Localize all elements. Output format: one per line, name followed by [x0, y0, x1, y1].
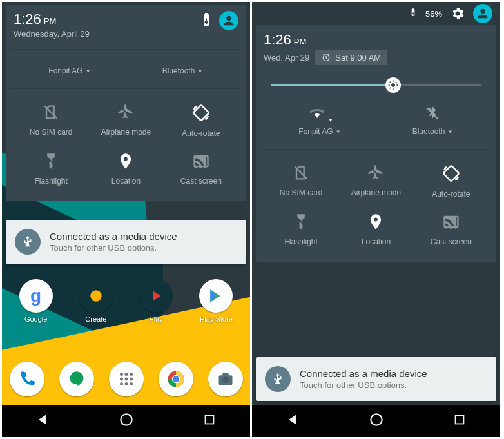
airplane-icon: [117, 112, 135, 123]
app-playstore[interactable]: Play Store: [193, 279, 238, 323]
date-label: Wed, Apr 29: [264, 53, 309, 63]
rotate-icon: [191, 113, 211, 124]
alarm-chip[interactable]: Sat 9:00 AM: [315, 50, 387, 65]
phone-right: 56% 1:26PM Wed, Apr 29 Sat 9:00 AM: [252, 2, 502, 437]
status-bar: 56%: [252, 2, 500, 25]
location-icon: [117, 161, 135, 172]
app-play[interactable]: Play: [133, 279, 179, 323]
wifi-tile[interactable]: ▾ Fonpit AG▼: [264, 100, 376, 142]
app-chrome[interactable]: [159, 362, 193, 396]
home-button[interactable]: [118, 411, 135, 431]
rotate-icon: [441, 174, 461, 185]
sim-off-icon: [292, 173, 310, 184]
wifi-icon: ▾: [307, 113, 332, 124]
recents-button[interactable]: [452, 413, 467, 429]
sim-off-icon: [42, 112, 60, 123]
notif-title: Connected as a media device: [50, 231, 177, 242]
usb-notification[interactable]: Connected as a media device Touch for ot…: [256, 357, 496, 401]
svg-point-24: [130, 378, 133, 381]
location-tile[interactable]: Location: [88, 144, 163, 192]
settings-button[interactable]: [450, 6, 465, 21]
svg-point-21: [130, 373, 133, 376]
location-icon: [367, 222, 385, 233]
usb-icon: [15, 229, 41, 255]
flashlight-icon: [42, 161, 60, 172]
sim-tile[interactable]: No SIM card: [264, 156, 338, 205]
svg-point-20: [124, 373, 128, 376]
battery-percent: 56%: [425, 9, 442, 19]
brightness-icon: [387, 79, 399, 91]
back-button[interactable]: [35, 412, 51, 430]
alarm-icon: [321, 52, 331, 63]
favorites-bar: [2, 353, 250, 405]
bluetooth-tile[interactable]: Bluetooth▼: [376, 100, 489, 142]
date-label: Wednesday, April 29: [14, 29, 90, 39]
airplane-tile[interactable]: Airplane mode: [338, 156, 413, 205]
home-apps-row: g Google Create Play Play Store: [2, 279, 250, 323]
quick-settings-panel[interactable]: 1:26PM Wed, Apr 29 Sat 9:00 AM ▾: [256, 25, 496, 262]
back-button[interactable]: [286, 412, 301, 430]
svg-point-18: [90, 290, 101, 301]
bluetooth-off-icon: [424, 113, 441, 124]
cast-tile[interactable]: Cast screen: [164, 144, 238, 192]
svg-point-23: [124, 378, 128, 381]
flashlight-tile[interactable]: Flashlight: [14, 144, 88, 192]
app-camera[interactable]: [208, 362, 243, 396]
usb-notification[interactable]: Connected as a media device Touch for ot…: [6, 220, 246, 264]
battery-icon: [409, 6, 418, 21]
app-create[interactable]: Create: [73, 279, 119, 323]
clock[interactable]: 1:26PM: [14, 11, 90, 28]
cast-tile[interactable]: Cast screen: [414, 205, 489, 253]
airplane-tile[interactable]: Airplane mode: [88, 95, 163, 144]
usb-icon: [265, 366, 291, 392]
rotate-tile[interactable]: Auto-rotate: [164, 95, 238, 144]
notif-title: Connected as a media device: [300, 368, 427, 379]
notif-subtitle: Touch for other USB options.: [300, 380, 427, 390]
svg-point-32: [173, 376, 179, 382]
app-phone[interactable]: [10, 362, 44, 396]
svg-point-19: [120, 373, 123, 376]
svg-point-22: [120, 378, 123, 381]
sim-tile[interactable]: No SIM card: [14, 95, 88, 144]
app-hangouts[interactable]: [59, 362, 94, 396]
svg-point-25: [120, 382, 123, 385]
svg-point-34: [222, 377, 228, 383]
notif-subtitle: Touch for other USB options.: [50, 243, 177, 253]
svg-point-26: [124, 382, 128, 385]
flashlight-tile[interactable]: Flashlight: [264, 205, 338, 253]
bluetooth-tile[interactable]: Bluetooth▼: [126, 56, 238, 82]
battery-icon: [199, 12, 210, 30]
recents-button[interactable]: [202, 413, 217, 429]
home-button[interactable]: [368, 411, 385, 431]
phone-left: 1:26PM Wednesday, April 29 Fonpit AG▼ Bl…: [2, 2, 252, 437]
cast-icon: [442, 222, 460, 233]
cast-icon: [192, 161, 210, 172]
flashlight-icon: [292, 222, 310, 233]
app-google[interactable]: g Google: [14, 279, 59, 323]
nav-bar: [2, 405, 250, 437]
profile-avatar[interactable]: [219, 11, 238, 30]
app-drawer[interactable]: [109, 362, 144, 396]
brightness-slider[interactable]: [271, 74, 481, 96]
location-tile[interactable]: Location: [338, 205, 413, 253]
profile-avatar[interactable]: [473, 4, 492, 23]
svg-point-27: [130, 382, 133, 385]
notification-shade[interactable]: 1:26PM Wednesday, April 29 Fonpit AG▼ Bl…: [6, 5, 246, 201]
airplane-icon: [367, 173, 385, 184]
wifi-tile[interactable]: Fonpit AG▼: [14, 56, 126, 82]
rotate-tile[interactable]: Auto-rotate: [414, 156, 489, 205]
clock[interactable]: 1:26PM: [264, 32, 387, 48]
svg-rect-35: [222, 373, 228, 376]
nav-bar: [252, 405, 500, 437]
